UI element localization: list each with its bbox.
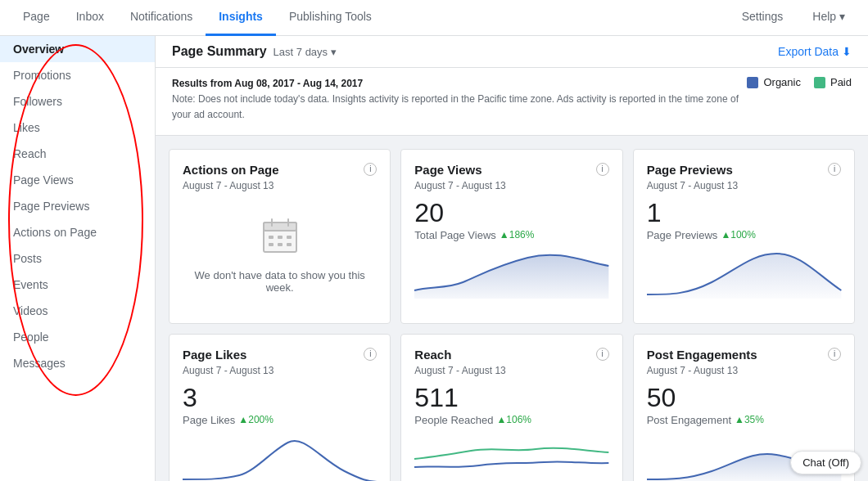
paid-label: Paid — [830, 76, 852, 88]
chat-button[interactable]: Chat (Off) — [790, 451, 861, 474]
page-summary-bar: Page Summary Last 7 days ▾ Export Data ⬇ — [156, 36, 868, 68]
sidebar-item-reach[interactable]: Reach — [0, 141, 155, 167]
paid-dot — [814, 77, 825, 88]
card-page-likes: Page Likes i August 7 - August 13 3 Page… — [169, 334, 391, 481]
svg-rect-1 — [264, 223, 296, 231]
date-range-text: Results from Aug 08, 2017 - Aug 14, 2017 — [172, 78, 363, 89]
card-label-reach: People Reached ▲106% — [414, 414, 608, 426]
info-icon-reach[interactable]: i — [596, 348, 609, 361]
card-value-pe: 50 — [647, 384, 841, 411]
info-icon-pv[interactable]: i — [596, 163, 609, 176]
card-title-pv: Page Views — [414, 163, 481, 177]
card-date-actions: August 7 - August 13 — [183, 180, 377, 191]
chart-reach — [414, 434, 608, 481]
svg-rect-9 — [287, 243, 292, 246]
card-title-pp: Page Previews — [647, 163, 733, 177]
card-value-pv: 20 — [414, 200, 608, 226]
sidebar-item-overview[interactable]: Overview — [0, 36, 155, 62]
download-icon: ⬇ — [842, 45, 852, 58]
card-page-previews: Page Previews i August 7 - August 13 1 P… — [633, 149, 855, 324]
card-value-pp: 1 — [647, 200, 841, 226]
legend-organic: Organic — [747, 76, 801, 88]
sidebar-item-messages[interactable]: Messages — [0, 350, 155, 376]
card-actions-on-page: Actions on Page i August 7 - August 13 — [169, 149, 391, 324]
card-value-reach: 511 — [414, 384, 608, 411]
card-header-pl: Page Likes i — [183, 348, 377, 362]
nav-item-page[interactable]: Page — [10, 0, 63, 36]
info-icon-actions[interactable]: i — [364, 163, 377, 176]
card-reach: Reach i August 7 - August 13 511 People … — [400, 334, 622, 481]
organic-dot — [747, 77, 758, 88]
card-date-pv: August 7 - August 13 — [414, 180, 608, 191]
card-label-pv: Total Page Views ▲186% — [414, 229, 608, 241]
legend: Organic Paid — [747, 76, 852, 88]
sidebar-item-followers[interactable]: Followers — [0, 88, 155, 115]
nav-item-inbox[interactable]: Inbox — [63, 0, 117, 36]
card-title-reach: Reach — [414, 348, 451, 362]
card-title-pe: Post Engagements — [647, 348, 757, 362]
nav-item-publishing[interactable]: Publishing Tools — [276, 0, 385, 36]
nav-item-settings[interactable]: Settings — [729, 0, 797, 36]
card-title-pl: Page Likes — [183, 348, 246, 362]
top-nav: Page Inbox Notifications Insights Publis… — [0, 0, 868, 36]
card-change-pe: ▲35% — [735, 414, 764, 425]
top-nav-right: Settings Help ▾ — [729, 0, 858, 36]
calendar-icon — [260, 216, 300, 263]
svg-rect-5 — [278, 236, 283, 239]
svg-rect-8 — [278, 243, 283, 246]
main-content: Page Summary Last 7 days ▾ Export Data ⬇… — [156, 36, 868, 481]
info-icon-pl[interactable]: i — [364, 348, 377, 361]
card-date-pl: August 7 - August 13 — [183, 365, 377, 376]
card-label-pe: Post Engagement ▲35% — [647, 414, 841, 426]
chart-pv — [414, 249, 608, 299]
card-date-pe: August 7 - August 13 — [647, 365, 841, 376]
chart-pl — [183, 434, 377, 481]
card-change-pp: ▲100% — [721, 229, 756, 240]
sidebar-item-events[interactable]: Events — [0, 272, 155, 298]
svg-rect-6 — [287, 236, 292, 239]
sidebar-item-actions-on-page[interactable]: Actions on Page — [0, 219, 155, 245]
page-summary-title: Page Summary — [172, 44, 267, 59]
sidebar-item-people[interactable]: People — [0, 324, 155, 350]
nav-item-insights[interactable]: Insights — [206, 0, 276, 36]
card-date-pp: August 7 - August 13 — [647, 180, 841, 191]
nav-item-help[interactable]: Help ▾ — [799, 0, 858, 36]
sidebar-item-videos[interactable]: Videos — [0, 298, 155, 324]
card-change-reach: ▲106% — [496, 414, 531, 425]
sidebar: Overview Promotions Followers Likes Reac… — [0, 36, 156, 481]
sidebar-item-posts[interactable]: Posts — [0, 245, 155, 272]
cards-grid: Actions on Page i August 7 - August 13 — [156, 136, 868, 481]
card-change-pl: ▲200% — [238, 414, 274, 425]
card-header-pv: Page Views i — [414, 163, 608, 177]
organic-label: Organic — [763, 76, 801, 88]
card-page-views: Page Views i August 7 - August 13 20 Tot… — [400, 149, 622, 324]
info-note: Note: Does not include today's data. Ins… — [172, 92, 747, 123]
svg-rect-7 — [269, 243, 274, 246]
card-label-pp: Page Previews ▲100% — [647, 229, 841, 241]
sidebar-item-promotions[interactable]: Promotions — [0, 62, 155, 88]
card-value-pl: 3 — [183, 384, 377, 411]
card-header: Actions on Page i — [183, 163, 377, 177]
legend-paid: Paid — [814, 76, 852, 88]
nav-item-notifications[interactable]: Notifications — [117, 0, 206, 36]
card-label-pl: Page Likes ▲200% — [183, 414, 377, 426]
info-icon-pp[interactable]: i — [828, 163, 841, 176]
sidebar-item-likes[interactable]: Likes — [0, 115, 155, 141]
date-range-selector[interactable]: Last 7 days ▾ — [274, 46, 337, 58]
info-icon-pe[interactable]: i — [828, 348, 841, 361]
card-header-reach: Reach i — [414, 348, 608, 362]
no-data-text: We don't have data to show you this week… — [191, 269, 368, 294]
no-data-area: We don't have data to show you this week… — [183, 200, 377, 310]
sidebar-item-page-previews[interactable]: Page Previews — [0, 193, 155, 219]
card-header-pp: Page Previews i — [647, 163, 841, 177]
main-layout: Overview Promotions Followers Likes Reac… — [0, 36, 868, 481]
card-date-reach: August 7 - August 13 — [414, 365, 608, 376]
sidebar-item-page-views[interactable]: Page Views — [0, 167, 155, 193]
card-header-pe: Post Engagements i — [647, 348, 841, 362]
chart-pp — [647, 249, 841, 299]
page-summary-left: Page Summary Last 7 days ▾ — [172, 44, 337, 59]
info-banner: Results from Aug 08, 2017 - Aug 14, 2017… — [156, 68, 868, 136]
export-data-button[interactable]: Export Data ⬇ — [778, 45, 852, 58]
card-change-pv: ▲186% — [500, 229, 535, 240]
svg-rect-4 — [269, 236, 274, 239]
